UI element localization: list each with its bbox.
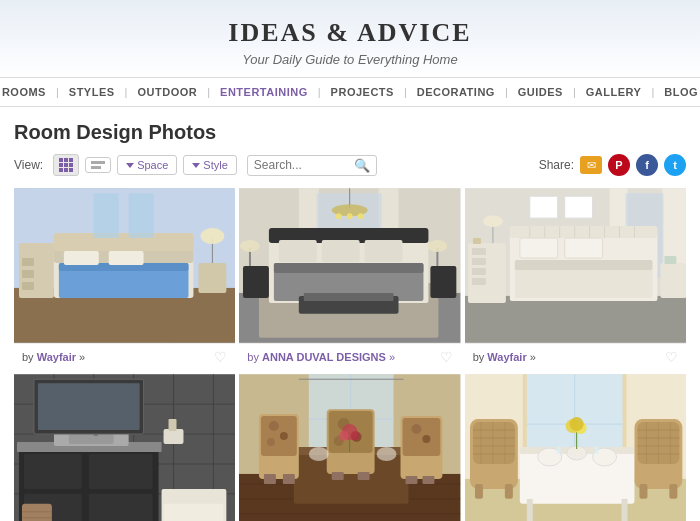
svg-point-138 — [351, 431, 361, 441]
svg-point-27 — [347, 213, 353, 219]
svg-rect-96 — [38, 383, 140, 430]
svg-rect-100 — [164, 504, 224, 521]
grid-icon — [59, 158, 73, 172]
space-filter-label: Space — [137, 159, 168, 171]
svg-rect-121 — [283, 474, 295, 484]
nav-gallery[interactable]: GALLERY — [576, 86, 652, 98]
site-header: IDEAS & ADVICE Your Daily Guide to Every… — [0, 0, 700, 77]
photo-caption: by ANNA DUVAL DESIGNS » ♡ — [239, 343, 460, 370]
room-image[interactable] — [239, 188, 460, 343]
photo-caption: by Wayfair » ♡ — [14, 343, 235, 370]
photo-credit: by Wayfair » — [473, 351, 536, 363]
svg-point-140 — [377, 447, 397, 461]
svg-rect-50 — [472, 278, 486, 285]
svg-point-119 — [267, 438, 275, 446]
room-image[interactable] — [239, 374, 460, 521]
svg-point-118 — [280, 432, 288, 440]
nav-styles[interactable]: STYLES — [59, 86, 125, 98]
svg-rect-10 — [64, 251, 99, 265]
share-email-button[interactable]: ✉ — [580, 156, 602, 174]
svg-rect-11 — [109, 251, 144, 265]
photo-item: by Wayfair » ♡ — [465, 374, 686, 521]
room-svg — [14, 188, 235, 343]
nav-decorating[interactable]: DECORATING — [407, 86, 505, 98]
svg-rect-51 — [473, 238, 481, 244]
share-twitter-button[interactable]: t — [664, 154, 686, 176]
search-box[interactable]: 🔍 — [247, 155, 377, 176]
svg-rect-87 — [89, 454, 153, 489]
heart-icon[interactable]: ♡ — [440, 349, 453, 365]
nav-projects[interactable]: PROJECTS — [321, 86, 404, 98]
list-view-button[interactable] — [85, 157, 111, 173]
photo-item: by Wayfair » ♡ — [239, 374, 460, 521]
svg-rect-49 — [472, 268, 486, 275]
photo-grid: by Wayfair » ♡ — [14, 188, 686, 521]
svg-point-180 — [569, 417, 583, 431]
svg-rect-71 — [519, 238, 557, 258]
share-facebook-button[interactable]: f — [636, 154, 658, 176]
svg-rect-72 — [564, 238, 602, 258]
photo-item: by Wayfair » ♡ — [465, 188, 686, 370]
credit-link[interactable]: Wayfair — [487, 351, 526, 363]
room-image[interactable] — [465, 374, 686, 521]
svg-point-53 — [483, 215, 503, 227]
share-section: Share: ✉ P f t — [539, 154, 686, 176]
svg-rect-128 — [358, 472, 370, 480]
svg-rect-39 — [431, 266, 457, 298]
nav-blog[interactable]: BLOG — [654, 86, 700, 98]
svg-rect-182 — [594, 446, 598, 454]
svg-rect-70 — [515, 260, 653, 270]
svg-rect-181 — [556, 446, 560, 454]
nav-entertaining[interactable]: ENTERTAINING — [210, 86, 318, 98]
svg-rect-98 — [169, 419, 177, 431]
share-pinterest-button[interactable]: P — [608, 154, 630, 176]
svg-point-43 — [428, 240, 448, 252]
svg-rect-17 — [129, 193, 154, 238]
svg-rect-16 — [94, 193, 119, 238]
style-filter-button[interactable]: Style — [183, 155, 236, 175]
svg-point-26 — [336, 213, 342, 219]
svg-rect-151 — [621, 499, 627, 521]
grid-view-button[interactable] — [53, 154, 79, 176]
page-content: Room Design Photos View: Space Style 🔍 — [0, 107, 700, 521]
room-image[interactable] — [465, 188, 686, 343]
credit-link[interactable]: ANNA DUVAL DESIGNS — [262, 351, 386, 363]
space-filter-button[interactable]: Space — [117, 155, 177, 175]
style-filter-label: Style — [203, 159, 227, 171]
heart-icon[interactable]: ♡ — [214, 349, 227, 365]
nav-rooms[interactable]: ROOMS — [0, 86, 56, 98]
search-input[interactable] — [254, 158, 354, 172]
svg-point-28 — [358, 213, 364, 219]
room-image[interactable] — [14, 188, 235, 343]
site-title: IDEAS & ADVICE — [0, 18, 700, 48]
svg-rect-55 — [564, 196, 592, 218]
svg-rect-89 — [89, 494, 153, 521]
svg-rect-86 — [24, 454, 82, 489]
svg-rect-150 — [526, 499, 532, 521]
svg-rect-4 — [22, 270, 34, 278]
svg-rect-92 — [69, 434, 114, 444]
heart-icon[interactable]: ♡ — [665, 349, 678, 365]
svg-rect-172 — [639, 484, 647, 499]
svg-point-132 — [423, 435, 431, 443]
photo-item: by Wayfair » ♡ — [14, 188, 235, 370]
room-svg — [465, 188, 686, 343]
svg-rect-5 — [22, 282, 34, 290]
room-svg — [465, 374, 686, 521]
svg-rect-37 — [304, 293, 394, 301]
room-svg — [14, 374, 235, 521]
nav-guides[interactable]: GUIDES — [508, 86, 573, 98]
list-icon — [91, 161, 105, 169]
room-svg — [239, 188, 460, 343]
nav-outdoor[interactable]: OUTDOOR — [127, 86, 207, 98]
svg-rect-54 — [529, 196, 557, 218]
room-image[interactable] — [14, 374, 235, 521]
svg-rect-48 — [472, 258, 486, 265]
svg-point-117 — [269, 421, 279, 431]
svg-rect-161 — [475, 484, 483, 499]
credit-link[interactable]: Wayfair — [37, 351, 76, 363]
svg-rect-34 — [322, 240, 360, 262]
svg-rect-153 — [473, 422, 515, 464]
svg-rect-173 — [669, 484, 677, 499]
svg-rect-32 — [274, 263, 424, 273]
